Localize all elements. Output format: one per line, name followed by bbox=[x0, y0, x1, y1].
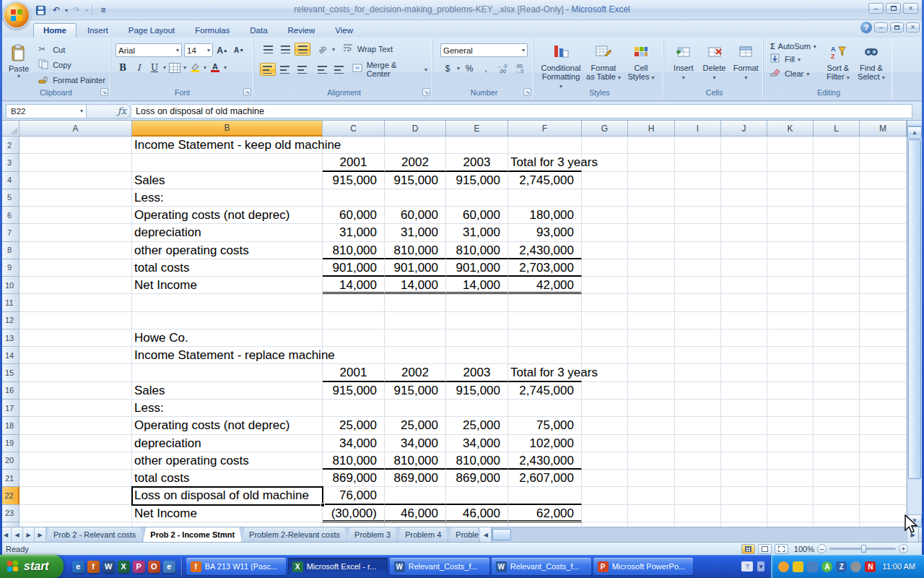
cell-M14[interactable] bbox=[860, 347, 907, 364]
cell-G17[interactable] bbox=[582, 400, 628, 417]
cell-I20[interactable] bbox=[675, 452, 721, 470]
cell-B2[interactable]: Income Statement - keep old machine bbox=[132, 137, 323, 154]
cell-C19[interactable]: 34,000 bbox=[323, 435, 385, 452]
tab-page-layout[interactable]: Page Layout bbox=[119, 24, 185, 38]
cell-I7[interactable] bbox=[675, 224, 721, 241]
comma-format-button[interactable]: , bbox=[479, 61, 493, 75]
task-button-firefox[interactable]: fBA 213 W11 (Pasc... bbox=[186, 558, 286, 575]
cell-J22[interactable] bbox=[721, 487, 767, 504]
font-dialog-launcher[interactable]: ↘ bbox=[243, 88, 251, 96]
sheet-tab-problem-3[interactable]: Problem 3 bbox=[347, 527, 398, 542]
cell-K2[interactable] bbox=[767, 137, 814, 154]
cell-M6[interactable] bbox=[860, 207, 907, 224]
cell-L15[interactable] bbox=[814, 364, 860, 381]
cell-J6[interactable] bbox=[721, 207, 767, 224]
cell-C7[interactable]: 31,000 bbox=[323, 224, 385, 241]
font-color-button[interactable]: A bbox=[208, 61, 222, 74]
sort-filter-button[interactable]: AZ Sort & Filter ▾ bbox=[821, 41, 855, 85]
task-button-word[interactable]: WRelevant_Costs_f... bbox=[492, 558, 591, 575]
row-header-7[interactable]: 7 bbox=[0, 224, 19, 241]
cell-E15[interactable]: 2003 bbox=[446, 364, 508, 381]
cell-K21[interactable] bbox=[767, 470, 814, 487]
cell-F22[interactable] bbox=[508, 487, 582, 504]
row-header-19[interactable]: 19 bbox=[0, 435, 19, 452]
cell-E23[interactable]: 46,000 bbox=[446, 505, 508, 522]
tab-view[interactable]: View bbox=[326, 24, 362, 38]
cell-F14[interactable] bbox=[508, 347, 582, 364]
cell-M10[interactable] bbox=[860, 277, 907, 294]
cell-J10[interactable] bbox=[721, 277, 767, 294]
cell-E17[interactable] bbox=[446, 400, 508, 417]
cell-M5[interactable] bbox=[860, 189, 907, 207]
cell-M2[interactable] bbox=[860, 137, 907, 154]
tab-scroll-left-button[interactable]: ◀ bbox=[480, 527, 492, 542]
cell-D8[interactable]: 810,000 bbox=[385, 242, 446, 259]
cell-F3[interactable]: Total for 3 years bbox=[508, 154, 582, 171]
last-sheet-button[interactable]: ▶ bbox=[35, 527, 46, 542]
cell-C10[interactable]: 14,000 bbox=[323, 277, 385, 294]
word-icon[interactable]: W bbox=[103, 561, 115, 573]
cell-C20[interactable]: 810,000 bbox=[323, 452, 385, 470]
cell-E6[interactable]: 60,000 bbox=[446, 207, 508, 224]
cell-I8[interactable] bbox=[675, 242, 721, 259]
cell-G19[interactable] bbox=[582, 435, 628, 452]
cell-L17[interactable] bbox=[814, 400, 860, 417]
selected-cell-outline[interactable] bbox=[131, 486, 323, 505]
cell-G13[interactable] bbox=[582, 329, 628, 347]
z-icon[interactable]: Z bbox=[836, 561, 847, 572]
cell-F13[interactable] bbox=[508, 329, 582, 347]
cell-M17[interactable] bbox=[860, 400, 907, 417]
cell-K6[interactable] bbox=[767, 207, 814, 224]
cell-C3[interactable]: 2001 bbox=[323, 154, 385, 171]
cell-D13[interactable] bbox=[385, 329, 446, 347]
cell-B13[interactable]: Howe Co. bbox=[132, 329, 323, 347]
cell-I21[interactable] bbox=[675, 470, 721, 487]
cell-K23[interactable] bbox=[767, 505, 814, 522]
cell-M20[interactable] bbox=[860, 452, 907, 470]
cell-E2[interactable] bbox=[446, 137, 508, 154]
cell-G11[interactable] bbox=[582, 294, 628, 311]
cell-D22[interactable] bbox=[385, 487, 446, 504]
ie-window-icon[interactable]: e bbox=[163, 561, 175, 573]
row-header-8[interactable]: 8 bbox=[0, 242, 19, 259]
align-left-button[interactable] bbox=[260, 63, 276, 76]
cell-F5[interactable] bbox=[508, 189, 582, 207]
row-header-6[interactable]: 6 bbox=[0, 207, 19, 224]
cell-M4[interactable] bbox=[860, 172, 907, 189]
cell-J4[interactable] bbox=[721, 172, 767, 189]
normal-view-button[interactable] bbox=[741, 544, 755, 554]
clipboard-dialog-launcher[interactable]: ↘ bbox=[100, 88, 108, 96]
autosum-button[interactable]: ΣAutoSum▾ bbox=[768, 41, 819, 51]
cell-A22[interactable] bbox=[19, 487, 132, 504]
camera-icon[interactable] bbox=[850, 561, 861, 572]
cell-G18[interactable] bbox=[582, 417, 628, 434]
cell-A4[interactable] bbox=[19, 172, 132, 189]
cell-H2[interactable] bbox=[628, 137, 675, 154]
cell-J23[interactable] bbox=[721, 505, 767, 522]
cell-D6[interactable]: 60,000 bbox=[385, 207, 446, 224]
cell-A9[interactable] bbox=[19, 259, 132, 277]
cell-F16[interactable]: 2,745,000 bbox=[508, 382, 582, 400]
orientation-button[interactable]: ab bbox=[315, 43, 331, 56]
vertical-scrollbar[interactable]: ▲ ▼ bbox=[907, 121, 922, 527]
cell-G6[interactable] bbox=[582, 207, 628, 224]
cell-D21[interactable]: 869,000 bbox=[385, 470, 446, 487]
cell-M3[interactable] bbox=[860, 154, 907, 171]
insert-cells-button[interactable]: Insert▾ bbox=[668, 41, 699, 85]
cell-A18[interactable] bbox=[19, 417, 132, 434]
cell-A15[interactable] bbox=[19, 364, 132, 381]
sheet-tab-prob-2-income-stmnt[interactable]: Prob 2 - Income Stmnt bbox=[143, 527, 242, 542]
cell-I23[interactable] bbox=[675, 505, 721, 522]
cell-M12[interactable] bbox=[860, 312, 907, 329]
netscape-icon[interactable]: N bbox=[865, 561, 876, 572]
cell-D17[interactable] bbox=[385, 400, 446, 417]
shrink-font-button[interactable]: A▼ bbox=[232, 43, 246, 57]
cell-E12[interactable] bbox=[446, 312, 508, 329]
scroll-right-button[interactable]: ▶ bbox=[907, 527, 918, 542]
row-header-5[interactable]: 5 bbox=[0, 189, 19, 207]
cell-M19[interactable] bbox=[860, 435, 907, 452]
cell-L20[interactable] bbox=[814, 452, 860, 470]
cell-B15[interactable] bbox=[132, 364, 323, 381]
prev-sheet-button[interactable]: ◀ bbox=[12, 527, 23, 542]
cell-D5[interactable] bbox=[385, 189, 446, 207]
